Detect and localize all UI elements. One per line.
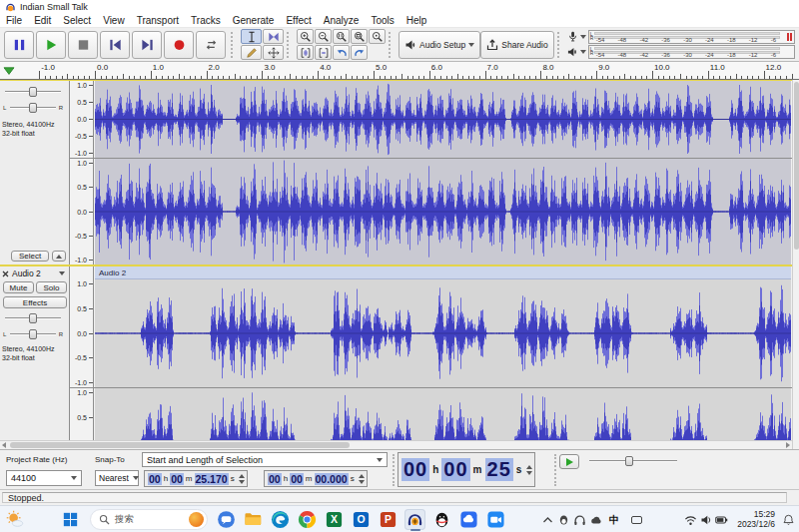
skip-to-start-button[interactable] [100,31,130,59]
taskbar-app-cloud-drive-icon[interactable] [458,509,479,530]
waveform-clip-container[interactable] [95,388,791,440]
collapse-track-button[interactable] [52,251,66,262]
menu-item-file[interactable]: File [0,15,28,26]
toolbar-grip[interactable] [287,32,293,58]
taskbar-app-excel-icon[interactable]: X [324,509,345,530]
spinner[interactable] [526,465,532,475]
waveform-track2-left-channel[interactable] [95,279,791,387]
draw-tool-button[interactable] [241,45,262,60]
spinner[interactable] [239,474,245,484]
toolbar-grip[interactable] [389,32,395,58]
taskbar-clock[interactable]: 15:29 2023/12/6 [737,509,775,529]
loop-button[interactable] [196,31,226,59]
multi-tool-button[interactable] [263,45,284,60]
audio-position-display[interactable]: 00h 00m 25s [398,452,535,487]
selection-tool-button[interactable] [241,29,262,44]
horizontal-scrollbar[interactable] [0,440,792,449]
tray-chevron-up-icon[interactable] [540,513,554,526]
menu-item-generate[interactable]: Generate [227,15,281,26]
zoom-in-button[interactable] [297,29,314,44]
play-at-speed-button[interactable] [559,454,579,469]
menu-item-transport[interactable]: Transport [131,15,185,26]
fit-selection-button[interactable] [333,29,350,44]
start-button[interactable] [60,509,81,530]
menu-item-analyze[interactable]: Analyze [318,15,366,26]
gain-slider[interactable] [3,312,63,324]
vertical-ruler[interactable]: 1.00.50.0-0.5-1.0 [70,388,94,440]
skip-to-end-button[interactable] [132,31,162,59]
toolbar-grip[interactable] [557,32,563,58]
taskbar-app-audacity-icon[interactable] [404,509,425,530]
envelope-tool-button[interactable] [263,29,284,44]
selection-start-time-field[interactable]: 00h 00m 25.170s [144,470,248,487]
taskbar-app-qq-icon[interactable] [431,509,452,530]
record-button[interactable] [164,31,194,59]
vertical-scrollbar[interactable] [792,80,799,449]
scroll-right-arrow-icon[interactable] [786,442,790,448]
wifi-icon[interactable] [683,513,697,526]
taskbar-app-powerpoint-icon[interactable]: P [378,509,399,530]
project-rate-dropdown[interactable]: 44100 [6,470,82,486]
volume-icon[interactable] [699,513,713,526]
share-audio-button[interactable]: Share Audio [480,31,553,59]
waveform-track1-left-channel[interactable] [95,81,791,158]
close-track-icon[interactable] [2,270,9,277]
select-button[interactable]: Select [11,251,49,262]
taskbar-app-video-meeting-icon[interactable] [485,509,506,530]
trim-audio-button[interactable] [297,45,314,60]
mute-button[interactable]: Mute [3,281,34,293]
spinner[interactable] [359,474,365,484]
weather-widget[interactable] [4,509,25,530]
tray-keyboard-icon[interactable] [629,513,643,526]
zoom-out-button[interactable] [315,29,332,44]
tray-headset-icon[interactable] [572,513,586,526]
play-button[interactable] [36,31,66,59]
menu-item-view[interactable]: View [97,15,131,26]
play-speed-slider[interactable] [587,455,679,467]
gain-slider[interactable] [3,86,63,98]
track-menu-caret-icon[interactable] [59,271,65,275]
taskbar-app-chrome-icon[interactable] [297,509,318,530]
vertical-ruler[interactable]: 1.00.50.0-0.5-1.0 [70,159,94,265]
menu-item-tools[interactable]: Tools [365,15,400,26]
silence-audio-button[interactable] [315,45,332,60]
audio-setup-button[interactable]: Audio Setup [399,31,480,59]
track-name[interactable]: Audio 2 [12,268,41,278]
pause-button[interactable] [4,31,34,59]
taskbar-app-edge-icon[interactable] [270,509,291,530]
menu-item-select[interactable]: Select [57,15,97,26]
recording-meter[interactable]: L R -54-48-42-36-30-24-18-12-6 [567,30,795,44]
effects-button[interactable]: Effects [3,296,67,308]
pan-slider[interactable]: L R [3,102,63,114]
solo-button[interactable]: Solo [36,281,67,293]
stop-button[interactable] [68,31,98,59]
menu-item-edit[interactable]: Edit [28,15,57,26]
menu-item-effect[interactable]: Effect [280,15,317,26]
selection-mode-dropdown[interactable]: Start and Length of Selection [142,452,388,467]
selection-length-time-field[interactable]: 00h 00m 00.000s [264,470,368,487]
tray-cloud-icon[interactable] [588,513,602,526]
taskbar-search[interactable]: 搜索 [90,509,208,530]
redo-button[interactable] [351,45,368,60]
vscrollbar-thumb[interactable] [794,82,799,250]
search-highlight-icon[interactable] [189,512,204,527]
toolbar-grip[interactable] [231,32,237,58]
battery-icon[interactable] [714,513,728,526]
playback-meter[interactable]: L R -54-48-42-36-30-24-18-12-6 [567,45,795,59]
pan-slider[interactable]: L R [3,328,63,340]
snap-to-dropdown[interactable]: Nearest [95,470,139,486]
clip-title-bar[interactable]: Audio 2 [95,266,791,279]
menu-item-tracks[interactable]: Tracks [185,15,227,26]
track1-control-panel[interactable]: L R Stereo, 44100Hz 32-bit float Select [0,81,70,265]
track2-control-panel[interactable]: Audio 2 Mute Solo Effects L R Stereo, 44… [0,266,70,440]
notification-bell-icon[interactable] [781,513,795,526]
waveform-track1-right-channel[interactable] [95,159,791,265]
taskbar-app-chat-icon[interactable] [216,509,237,530]
taskbar-app-file-explorer-icon[interactable] [243,509,264,530]
vertical-ruler[interactable]: 1.00.50.0-0.5-1.0 [70,81,94,158]
hscrollbar-thumb[interactable] [10,442,350,448]
waveform-track2-right-channel[interactable] [95,388,791,440]
taskbar-app-outlook-icon[interactable]: O [351,509,372,530]
play-pin-icon[interactable] [3,67,15,75]
menu-item-help[interactable]: Help [400,15,433,26]
